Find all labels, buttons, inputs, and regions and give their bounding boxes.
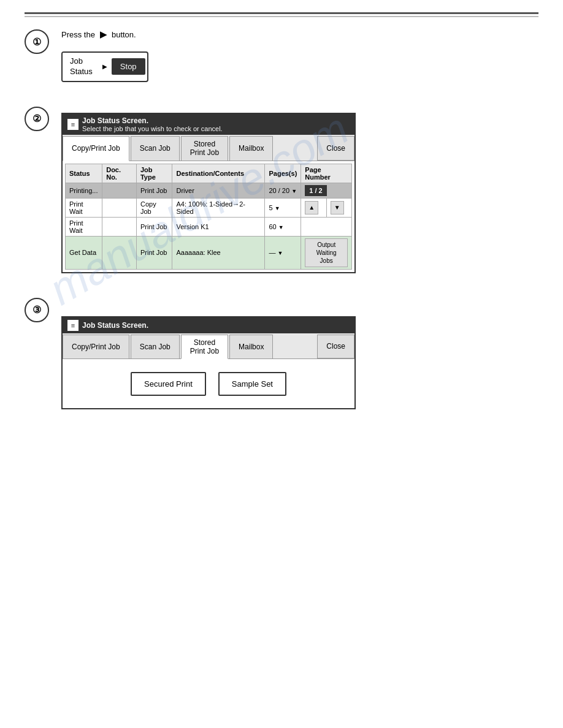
close-button-2[interactable]: Close [317, 335, 354, 359]
nav-up-button[interactable]: ▲ [305, 201, 318, 214]
step1-text-before: Press the [61, 30, 95, 39]
step2-content: ≡ Job Status Screen. Select the job that… [61, 107, 538, 273]
sub-rule [25, 16, 538, 17]
step1-content: Press the ▶ button. Job Status ▶ Stop [61, 29, 538, 82]
step1-row: ① Press the ▶ button. Job Status ▶ Stop [25, 29, 538, 82]
cell-pages: 20 / 20 ▼ [265, 183, 301, 198]
step3-number: ③ [25, 298, 49, 322]
cell-docno [102, 236, 137, 269]
job-status-arrow: ▶ [100, 63, 110, 70]
job-status-widget: Job Status ▶ Stop [61, 51, 148, 82]
cell-output[interactable]: OutputWaiting Jobs [301, 236, 352, 269]
cell-docno [102, 183, 137, 198]
cell-dest: Driver [172, 183, 265, 198]
step2-number: ② [25, 107, 49, 131]
table-row: Get Data Print Job Aaaaaaa: Klee — ▼ Out… [66, 236, 352, 269]
cell-status: Print Wait [66, 198, 102, 217]
step1-section: ① Press the ▶ button. Job Status ▶ Stop [25, 29, 538, 82]
job-label-line2: Status [70, 67, 93, 76]
col-status: Status [66, 164, 102, 183]
cell-nav-up[interactable]: ▲ [301, 198, 326, 217]
top-rule [25, 12, 538, 14]
cell-status: Printing... [66, 183, 102, 198]
cell-status: Print Wait [66, 217, 102, 236]
tab-scan-job[interactable]: Scan Job [131, 136, 180, 161]
cell-pages: 60 ▼ [265, 217, 301, 236]
job-status-screen-2: ≡ Job Status Screen. Copy/Print Job Scan… [61, 316, 356, 410]
col-dest: Destination/Contents [172, 164, 265, 183]
secured-print-button[interactable]: Secured Print [131, 372, 206, 396]
screen2-title: Job Status Screen. [82, 321, 148, 330]
cell-docno [102, 217, 137, 236]
screen2-tabs: Copy/Print Job Scan Job StoredPrint Job … [63, 333, 354, 360]
screen1-title: Job Status Screen. [82, 116, 223, 125]
tab-copy-print-job[interactable]: Copy/Print Job [63, 136, 129, 161]
step1-text-after: button. [112, 30, 136, 39]
screen2-doc-icon: ≡ [67, 320, 79, 331]
cell-jobtype: Print Job [136, 183, 172, 198]
page-number-display: 1 / 2 [305, 185, 326, 196]
cell-nav-down[interactable]: ▼ [326, 198, 351, 217]
cell-jobtype: Print Job [136, 236, 172, 269]
table-row: Printing... Print Job Driver 20 / 20 ▼ 1… [66, 183, 352, 198]
job-table-wrapper: Status Doc. No. Job Type Destination/Con… [63, 161, 354, 272]
tab-mailbox[interactable]: Mailbox [229, 136, 273, 161]
stored-print-content: Secured Print Sample Set [63, 359, 354, 408]
cell-dest: Version K1 [172, 217, 265, 236]
close-button-1[interactable]: Close [317, 136, 354, 161]
step2-section: ② ≡ Job Status Screen. Select the job th… [25, 107, 538, 273]
step1-description: Press the ▶ button. [61, 29, 538, 39]
cell-pages: 5 ▼ [265, 198, 301, 217]
cell-dest: Aaaaaaa: Klee [172, 236, 265, 269]
cell-status: Get Data [66, 236, 102, 269]
screen1-subtitle: Select the job that you wish to check or… [82, 125, 223, 132]
screen2-titlebar: ≡ Job Status Screen. [63, 317, 354, 333]
job-status-label: Job Status [63, 53, 100, 81]
job-label-line1: Job [70, 56, 83, 66]
nav-down-button[interactable]: ▼ [331, 201, 344, 214]
screen1-tabs: Copy/Print Job Scan Job StoredPrint Job … [63, 135, 354, 161]
job-status-screen-1: ≡ Job Status Screen. Select the job that… [61, 113, 356, 273]
cell-jobtype: Print Job [136, 217, 172, 236]
step1-arrow: ▶ [100, 29, 107, 39]
cell-jobtype: Copy Job [136, 198, 172, 217]
col-docno: Doc. No. [102, 164, 137, 183]
step3-content: ≡ Job Status Screen. Copy/Print Job Scan… [61, 298, 538, 410]
cell-empty [301, 217, 352, 236]
output-waiting-button[interactable]: OutputWaiting Jobs [305, 238, 348, 267]
table-header-row: Status Doc. No. Job Type Destination/Con… [66, 164, 352, 183]
screen1-titlebar: ≡ Job Status Screen. Select the job that… [63, 114, 354, 135]
cell-pagenum: 1 / 2 [301, 183, 352, 198]
tab2-stored-print-job[interactable]: StoredPrint Job [181, 335, 228, 360]
table-row: Print Wait Copy Job A4: 100%: 1-Sided→2-… [66, 198, 352, 217]
stop-button[interactable]: Stop [112, 58, 145, 75]
tab2-scan-job[interactable]: Scan Job [131, 335, 180, 359]
step2-row: ② ≡ Job Status Screen. Select the job th… [25, 107, 538, 273]
cell-docno [102, 198, 137, 217]
cell-dest: A4: 100%: 1-Sided→2-Sided [172, 198, 265, 217]
table-row: Print Wait Print Job Version K1 60 ▼ [66, 217, 352, 236]
col-pages: Pages(s) [265, 164, 301, 183]
step1-number: ① [25, 29, 49, 54]
col-pagenum: Page Number [301, 164, 352, 183]
cell-pages: — ▼ [265, 236, 301, 269]
screen-doc-icon: ≡ [67, 119, 79, 130]
job-table: Status Doc. No. Job Type Destination/Con… [65, 164, 352, 270]
tab2-mailbox[interactable]: Mailbox [229, 335, 273, 359]
tab2-copy-print-job[interactable]: Copy/Print Job [63, 335, 129, 359]
sample-set-button[interactable]: Sample Set [218, 372, 286, 396]
step3-row: ③ ≡ Job Status Screen. Copy/Print Job Sc… [25, 298, 538, 410]
tab-stored-print-job[interactable]: StoredPrint Job [181, 136, 228, 161]
col-jobtype: Job Type [136, 164, 172, 183]
step3-section: ③ ≡ Job Status Screen. Copy/Print Job Sc… [25, 298, 538, 410]
